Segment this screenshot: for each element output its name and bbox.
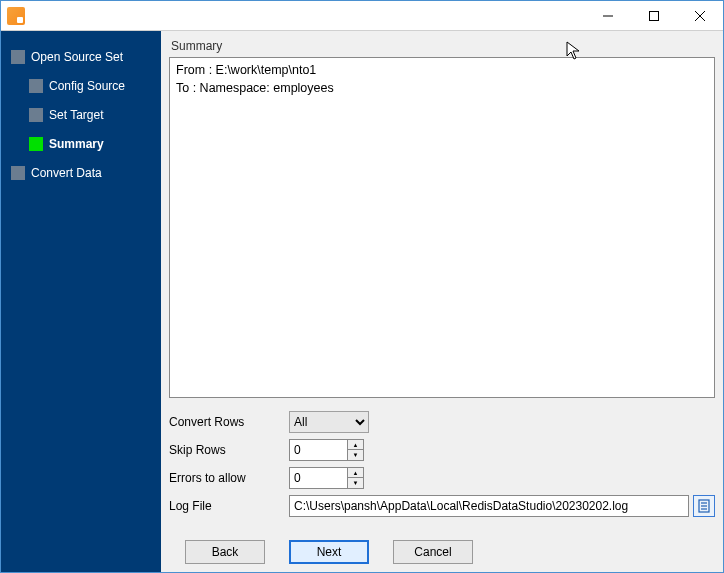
spin-down-icon[interactable]: ▼: [348, 450, 363, 460]
log-file-input[interactable]: [289, 495, 689, 517]
app-window: Open Source Set Config Source Set Target…: [0, 0, 724, 573]
spin-up-icon[interactable]: ▲: [348, 468, 363, 478]
step-summary[interactable]: Summary: [1, 131, 161, 157]
step-convert-data[interactable]: Convert Data: [1, 160, 161, 186]
summary-textarea[interactable]: From : E:\work\temp\nto1 To : Namespace:…: [169, 57, 715, 398]
wizard-buttons: Back Next Cancel: [169, 540, 715, 564]
back-button[interactable]: Back: [185, 540, 265, 564]
step-config-source[interactable]: Config Source: [1, 73, 161, 99]
app-icon: [7, 7, 25, 25]
spin-down-icon[interactable]: ▼: [348, 478, 363, 488]
body: Open Source Set Config Source Set Target…: [1, 31, 723, 572]
browse-log-button[interactable]: [693, 495, 715, 517]
step-box-icon: [11, 50, 25, 64]
cancel-button[interactable]: Cancel: [393, 540, 473, 564]
next-button[interactable]: Next: [289, 540, 369, 564]
errors-allow-spinner[interactable]: ▲ ▼: [289, 467, 364, 489]
step-label: Summary: [49, 137, 104, 151]
minimize-button[interactable]: [585, 1, 631, 30]
skip-rows-spinner[interactable]: ▲ ▼: [289, 439, 364, 461]
step-box-icon: [29, 79, 43, 93]
skip-rows-label: Skip Rows: [169, 443, 289, 457]
wizard-sidebar: Open Source Set Config Source Set Target…: [1, 31, 161, 572]
main-panel: Summary From : E:\work\temp\nto1 To : Na…: [161, 31, 723, 572]
convert-rows-label: Convert Rows: [169, 415, 289, 429]
errors-allow-label: Errors to allow: [169, 471, 289, 485]
step-box-icon: [29, 108, 43, 122]
log-file-label: Log File: [169, 499, 289, 513]
close-button[interactable]: [677, 1, 723, 30]
svg-rect-1: [650, 11, 659, 20]
convert-rows-select[interactable]: All: [289, 411, 369, 433]
step-label: Open Source Set: [31, 50, 123, 64]
step-box-icon: [29, 137, 43, 151]
errors-allow-input[interactable]: [289, 467, 347, 489]
maximize-button[interactable]: [631, 1, 677, 30]
spin-up-icon[interactable]: ▲: [348, 440, 363, 450]
step-open-source-set[interactable]: Open Source Set: [1, 44, 161, 70]
skip-rows-input[interactable]: [289, 439, 347, 461]
document-icon: [697, 499, 711, 513]
step-label: Config Source: [49, 79, 125, 93]
section-title: Summary: [171, 39, 715, 53]
step-label: Convert Data: [31, 166, 102, 180]
step-label: Set Target: [49, 108, 103, 122]
step-set-target[interactable]: Set Target: [1, 102, 161, 128]
options-form: Convert Rows All Skip Rows ▲ ▼: [169, 408, 715, 520]
step-box-icon: [11, 166, 25, 180]
titlebar: [1, 1, 723, 31]
